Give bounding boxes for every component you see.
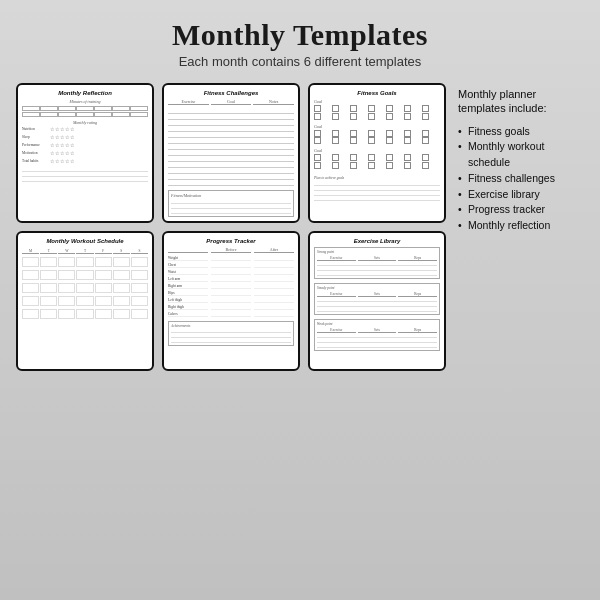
exercise-col-sets: Sets (358, 256, 397, 261)
star: ☆ (65, 158, 69, 164)
workout-row-2 (22, 270, 148, 280)
tracker-before-left-arm (211, 277, 251, 282)
goal-grid-1 (314, 105, 440, 120)
exercise-col-sets: Sets (358, 292, 397, 297)
workout-cell (113, 309, 130, 319)
card-title-progress: Progress Tracker (206, 238, 255, 244)
tracker-before-waist (211, 270, 251, 275)
card-body-reflection: Minutes of training (22, 99, 148, 217)
col-h-goal: Goal (211, 99, 252, 105)
reflection-habit-grid (22, 106, 148, 117)
goal-cell (368, 154, 375, 161)
goal-cell (368, 105, 375, 112)
star: ☆ (55, 142, 59, 148)
card-title-exercise: Exercise Library (354, 238, 401, 244)
fitness-motivation-box: Fitness/Motivation (168, 190, 294, 217)
tracker-after-chest (254, 263, 294, 268)
template-card-workout: Monthly Workout Schedule M T W T F S S (16, 231, 154, 371)
sidebar-heading: Monthly planner templates include: (458, 87, 584, 116)
goal-cell (422, 113, 429, 120)
rating-label: Sleep (22, 135, 50, 139)
goal-cell (368, 130, 375, 137)
rating-label: Motivation (22, 151, 50, 155)
star: ☆ (70, 126, 74, 132)
habit-cell (58, 106, 76, 111)
tracker-row-calves: Calves (168, 312, 294, 317)
tracker-after-right-arm (254, 284, 294, 289)
star: ☆ (50, 158, 54, 164)
rating-row-performance: Performance ☆ ☆ ☆ ☆ ☆ (22, 142, 148, 148)
workout-cell (58, 309, 75, 319)
goal-cell (386, 130, 393, 137)
workout-cell (22, 296, 39, 306)
star: ☆ (70, 134, 74, 140)
workout-cell (95, 257, 112, 267)
star: ☆ (60, 134, 64, 140)
workout-cell (95, 270, 112, 280)
workout-cell (22, 270, 39, 280)
exercise-section-steady: Steady point Exercise Sets Reps (314, 283, 440, 315)
workout-row-4 (22, 296, 148, 306)
habit-cell (94, 112, 112, 117)
habit-cell (112, 106, 130, 111)
workout-cell (22, 283, 39, 293)
small-line (317, 307, 437, 312)
small-line (314, 196, 440, 201)
goal-cell (350, 113, 357, 120)
stars: ☆ ☆ ☆ ☆ ☆ (50, 158, 74, 164)
workout-cell (40, 270, 57, 280)
small-line (317, 343, 437, 348)
exercise-col-name: Exercise (317, 292, 356, 297)
tracker-metric-calves: Calves (168, 312, 208, 317)
star: ☆ (65, 142, 69, 148)
exercise-col-reps: Reps (398, 256, 437, 261)
tracker-after-left-arm (254, 277, 294, 282)
workout-day-headers: M T W T F S S (22, 249, 148, 254)
goals-plan-lines: Plan to achieve goals (314, 176, 440, 201)
goal-cell (404, 113, 411, 120)
day-header-t2: T (76, 249, 93, 254)
tracker-after-header: After (254, 247, 294, 253)
goal-cell (422, 105, 429, 112)
sidebar: Monthly planner templates include: Fitne… (454, 83, 584, 371)
star: ☆ (50, 150, 54, 156)
line-row (168, 180, 294, 186)
goal-cell (422, 130, 429, 137)
goal-section-label-2: Goal (314, 124, 440, 129)
workout-row-1 (22, 257, 148, 267)
star: ☆ (50, 134, 54, 140)
tracker-row-left-arm: Left arm (168, 277, 294, 282)
tracker-after-left-thigh (254, 298, 294, 303)
workout-cell (113, 270, 130, 280)
goal-cell (314, 105, 321, 112)
rating-label: Nutrition (22, 127, 50, 131)
goal-cell (422, 162, 429, 169)
goal-cell (350, 154, 357, 161)
exercise-col-name: Exercise (317, 256, 356, 261)
goal-cell (332, 137, 339, 144)
star: ☆ (65, 126, 69, 132)
sidebar-item-fitness-goals: Fitness goals (458, 124, 584, 140)
exercise-cols-steady: Exercise Sets Reps (317, 292, 437, 297)
star: ☆ (55, 126, 59, 132)
card-title-workout: Monthly Workout Schedule (46, 238, 123, 244)
workout-cell (76, 270, 93, 280)
workout-cell (131, 309, 148, 319)
workout-cell (131, 296, 148, 306)
star: ☆ (65, 150, 69, 156)
sidebar-item-fitness-challenges: Fitness challenges (458, 171, 584, 187)
workout-cell (95, 309, 112, 319)
template-card-goals: Fitness Goals Goal (308, 83, 446, 223)
star: ☆ (60, 150, 64, 156)
star: ☆ (55, 134, 59, 140)
tracker-row-right-thigh: Right thigh (168, 305, 294, 310)
col-h-notes: Notes (253, 99, 294, 105)
exercise-section-title-strong: Strong point (317, 250, 437, 254)
sidebar-list: Fitness goals Monthly workout schedule F… (458, 124, 584, 234)
tracker-before-right-thigh (211, 305, 251, 310)
tracker-row-hips: Hips (168, 291, 294, 296)
habit-cell (22, 106, 40, 111)
rating-row-motivation: Motivation ☆ ☆ ☆ ☆ ☆ (22, 150, 148, 156)
challenges-lines (168, 108, 294, 186)
goal-cell (368, 137, 375, 144)
